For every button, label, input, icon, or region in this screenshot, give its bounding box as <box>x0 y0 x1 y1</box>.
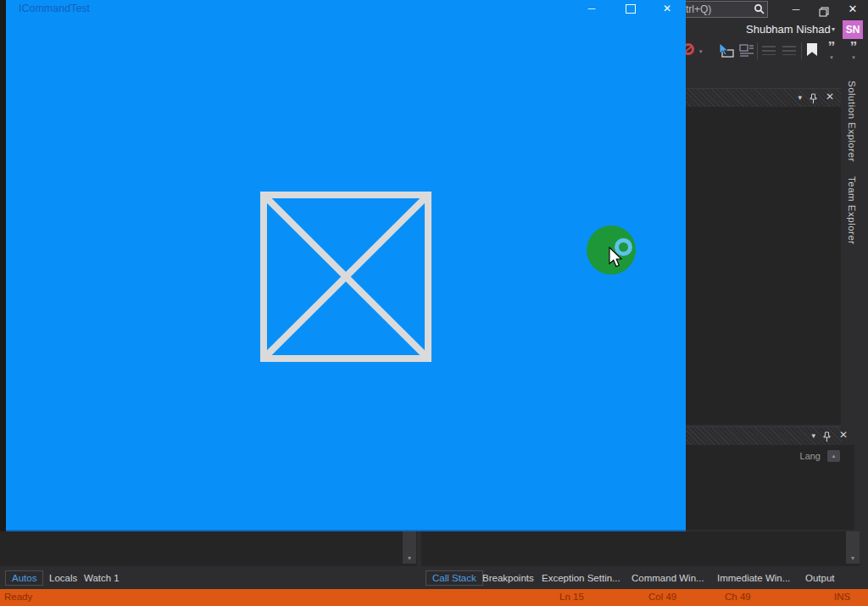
status-column: Col 49 <box>648 592 676 602</box>
increase-indent-icon[interactable] <box>782 46 796 55</box>
close-icon[interactable]: ✕ <box>839 429 848 441</box>
maximize-icon <box>626 4 636 14</box>
app-close-button[interactable]: ✕ <box>654 0 680 18</box>
pin-icon[interactable] <box>822 431 832 446</box>
sidebar-tab-team-explorer[interactable]: Team Explorer <box>847 176 857 245</box>
user-dropdown-caret-icon[interactable]: ▾ <box>832 25 835 33</box>
scroll-down-icon[interactable]: ▾ <box>846 554 860 562</box>
tool-window-body: Lang ▴ <box>686 445 854 530</box>
vs-restore-button[interactable] <box>811 0 837 19</box>
quick-launch-text: trl+Q) <box>686 3 711 15</box>
toolbar-dropdown-caret-icon[interactable]: ▾ <box>699 48 703 55</box>
app-maximize-button[interactable] <box>618 0 643 18</box>
language-label: Lang <box>800 451 821 461</box>
x-cross-icon <box>267 198 425 355</box>
window-title: ICommandTest <box>19 3 90 14</box>
vs-close-button[interactable]: ✕ <box>840 0 865 19</box>
tab-autos[interactable]: Autos <box>5 570 43 586</box>
tab-exception-settings[interactable]: Exception Settin... <box>535 570 627 586</box>
scroll-down-icon[interactable]: ▾ <box>403 554 416 562</box>
image-placeholder <box>260 192 431 362</box>
window-position-caret-icon[interactable]: ▾ <box>798 93 802 102</box>
scroll-up-button[interactable]: ▴ <box>827 450 840 462</box>
call-stack-scrollbar[interactable]: ▾ <box>846 531 860 564</box>
pin-icon[interactable] <box>809 92 818 108</box>
tool-window-body <box>686 107 841 425</box>
call-stack-panel-body: ▾ <box>421 531 860 566</box>
tool-window-titlebar[interactable]: ▾ ✕ <box>686 88 841 107</box>
top-right-tool-window: ▾ ✕ <box>686 88 841 425</box>
comment-selection-icon[interactable]: ” ▾ <box>823 40 840 60</box>
tab-immediate-window[interactable]: Immediate Win... <box>710 570 797 586</box>
caret-down-icon: ▾ <box>823 50 840 65</box>
navigate-cursor-icon[interactable] <box>717 42 735 63</box>
status-char: Ch 49 <box>725 592 751 602</box>
screen-left-edge <box>0 0 6 531</box>
decrease-indent-icon[interactable] <box>762 46 776 55</box>
autos-panel-body: ▾ <box>0 531 417 566</box>
caret-down-icon: ▾ <box>845 50 862 65</box>
user-name[interactable]: Shubham Nishad <box>746 23 827 36</box>
tab-command-window[interactable]: Command Win... <box>625 570 711 586</box>
app-minimize-button[interactable]: ─ <box>579 0 604 18</box>
toolbar-separator <box>757 42 758 59</box>
bottom-tabs-row: Autos Locals Watch 1 Call Stack Breakpoi… <box>0 566 868 589</box>
autos-scrollbar[interactable]: ▾ <box>403 531 416 564</box>
tab-watch-1[interactable]: Watch 1 <box>77 570 126 586</box>
status-bar: Ready Ln 15 Col 49 Ch 49 INS <box>0 589 868 606</box>
vs-minimize-button[interactable]: ─ <box>783 0 809 19</box>
sidebar-tab-solution-explorer[interactable]: Solution Explorer <box>847 81 857 162</box>
tab-call-stack[interactable]: Call Stack <box>426 570 483 586</box>
window-position-caret-icon[interactable]: ▾ <box>811 431 815 440</box>
close-icon[interactable]: ✕ <box>826 91 834 103</box>
restore-icon <box>819 8 829 19</box>
bookmark-icon[interactable] <box>807 43 817 56</box>
bottom-right-tool-window: ▾ ✕ Lang ▴ <box>686 426 854 530</box>
tab-output[interactable]: Output <box>798 570 842 586</box>
format-indent-icon[interactable] <box>738 42 755 61</box>
tab-breakpoints[interactable]: Breakpoints <box>476 570 541 586</box>
tool-window-titlebar[interactable]: ▾ ✕ <box>686 426 841 445</box>
status-line: Ln 15 <box>559 592 584 602</box>
user-avatar[interactable]: SN <box>843 20 863 39</box>
search-icon <box>754 3 765 18</box>
uncomment-selection-icon[interactable]: ” ▾ <box>845 40 862 60</box>
mouse-cursor-icon <box>609 247 626 274</box>
status-insert-mode: INS <box>834 592 850 602</box>
icommandtest-window: ICommandTest ─ ✕ <box>6 0 686 531</box>
status-ready: Ready <box>4 592 32 602</box>
toolbar-separator <box>801 42 802 59</box>
